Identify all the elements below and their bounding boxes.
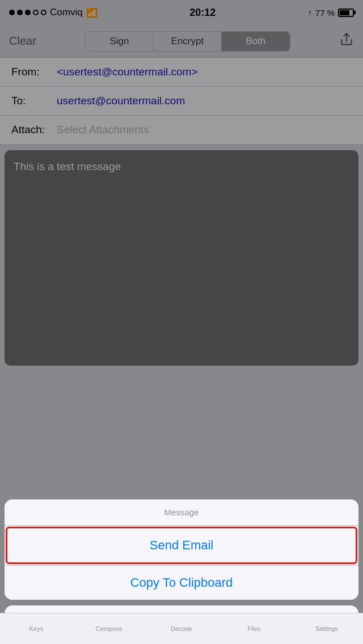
action-sheet-title: Message xyxy=(5,499,358,526)
action-sheet-group: Message Send Email Copy To Clipboard xyxy=(5,499,358,600)
tab-label-keys: Keys xyxy=(29,625,43,632)
signal-strength xyxy=(9,10,47,15)
signal-dot-4 xyxy=(33,10,39,15)
share-button[interactable] xyxy=(339,32,354,50)
tab-bar: KeysComposeDecodeFilesSettings xyxy=(0,613,363,644)
clock: 20:12 xyxy=(189,7,216,19)
signal-dot-1 xyxy=(9,10,15,15)
from-label: From: xyxy=(11,66,57,78)
tab-item-settings[interactable]: Settings xyxy=(290,625,363,632)
to-row: To: usertest@countermail.com xyxy=(0,87,363,116)
battery-percent: 77 % xyxy=(315,8,335,18)
to-value: usertest@countermail.com xyxy=(57,95,185,107)
attach-label: Attach: xyxy=(11,124,57,136)
signal-dot-3 xyxy=(25,10,31,15)
tab-label-compose: Compose xyxy=(95,625,122,632)
clear-button[interactable]: Clear xyxy=(9,35,36,48)
attach-placeholder: Select Attachments xyxy=(57,124,149,136)
carrier-label: Comviq xyxy=(50,7,83,18)
attach-row: Attach: Select Attachments xyxy=(0,116,363,145)
location-icon: ↑ xyxy=(308,8,312,17)
both-button[interactable]: Both xyxy=(222,32,290,51)
message-text: This is a test message xyxy=(14,159,349,175)
tab-label-files: Files xyxy=(247,625,260,632)
encrypt-button[interactable]: Encrypt xyxy=(154,32,222,51)
tab-label-decode: Decode xyxy=(171,625,192,632)
copy-to-clipboard-button[interactable]: Copy To Clipboard xyxy=(5,565,358,600)
share-icon xyxy=(339,32,354,47)
tab-item-decode[interactable]: Decode xyxy=(145,625,218,632)
to-label: To: xyxy=(11,95,57,107)
message-body: This is a test message xyxy=(5,150,358,366)
segmented-control: Sign Encrypt Both xyxy=(85,31,290,52)
from-value: <usertest@countermail.com> xyxy=(57,66,197,78)
tab-label-settings: Settings xyxy=(315,625,338,632)
signal-dot-5 xyxy=(41,10,47,15)
tab-item-keys[interactable]: Keys xyxy=(0,625,73,632)
status-right: ↑ 77 % xyxy=(308,8,354,18)
send-email-button[interactable]: Send Email xyxy=(6,527,357,564)
signal-dot-2 xyxy=(17,10,23,15)
status-left: Comviq 📶 xyxy=(9,7,98,18)
sign-button[interactable]: Sign xyxy=(86,32,154,51)
toolbar: Clear Sign Encrypt Both xyxy=(0,25,363,58)
battery-fill xyxy=(340,10,349,15)
tab-item-files[interactable]: Files xyxy=(218,625,290,632)
battery-icon xyxy=(338,9,354,17)
from-row: From: <usertest@countermail.com> xyxy=(0,58,363,87)
tab-item-compose[interactable]: Compose xyxy=(73,625,145,632)
status-bar: Comviq 📶 20:12 ↑ 77 % xyxy=(0,0,363,25)
wifi-icon: 📶 xyxy=(86,7,98,18)
email-form: From: <usertest@countermail.com> To: use… xyxy=(0,58,363,145)
